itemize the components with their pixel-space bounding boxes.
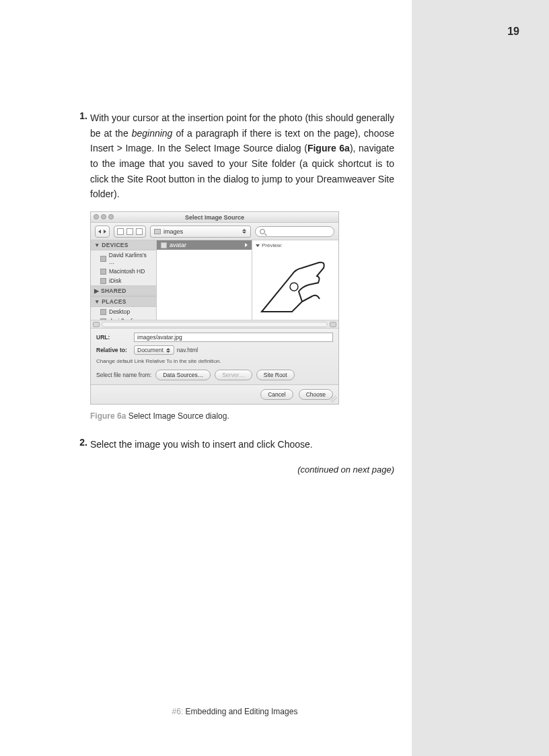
dialog-titlebar: Select Image Source [91, 212, 338, 223]
sidebar-item-label: David Karlins's … [109, 252, 153, 265]
sidebar-head-shared[interactable]: ▶ SHARED [91, 285, 156, 296]
server-button[interactable]: Server… [215, 370, 252, 380]
step-2: 2. Select the image you wish to insert a… [75, 437, 394, 452]
close-icon[interactable] [94, 214, 99, 219]
chevron-updown-icon [242, 229, 247, 234]
continued-note: (continued on next page) [90, 465, 394, 475]
relative-hint: Change default Link Relative To in the s… [96, 358, 333, 364]
scroll-track[interactable] [102, 322, 328, 327]
traffic-lights [94, 214, 114, 219]
file-icon [161, 242, 167, 248]
footer-hash: #6: [172, 707, 184, 716]
home-icon [100, 318, 106, 320]
drive-icon [100, 269, 106, 275]
file-name: avatar [170, 242, 186, 248]
step-1: 1. With your cursor at the insertion poi… [75, 110, 394, 202]
page-footer: #6: Embedding and Editing Images [75, 707, 394, 716]
folder-popup[interactable]: images [150, 226, 251, 238]
relative-popup[interactable]: Document [134, 345, 174, 355]
sidebar-item-label: Desktop [109, 308, 130, 315]
column-view-icon[interactable] [136, 228, 143, 235]
page-right-band [412, 0, 549, 756]
sidebar: ▼ DEVICES David Karlins's … Macintosh HD… [91, 240, 157, 320]
horizontal-scrollbar[interactable] [91, 320, 338, 328]
dialog-lower: URL: images/avatar.jpg Relative to: Docu… [91, 328, 338, 384]
step1-bold: Figure 6a [307, 143, 350, 153]
relative-row: Relative to: Document nav.html [96, 345, 333, 355]
sidebar-item-device[interactable]: Macintosh HD [91, 267, 156, 276]
select-from-label: Select file name from: [96, 372, 151, 378]
figure-label: Figure 6a [90, 411, 126, 421]
footer-text: Embedding and Editing Images [183, 707, 297, 716]
step1-em: beginning [132, 128, 173, 139]
figure-6a-wrap: Select Image Source images [90, 211, 394, 405]
site-root-button[interactable]: Site Root [256, 370, 295, 380]
step-number: 2. [75, 437, 90, 452]
folder-icon [154, 229, 161, 234]
dialog-title: Select Image Source [185, 214, 244, 221]
step-body: Select the image you wish to insert and … [90, 437, 394, 452]
figure-caption-text: Select Image Source dialog. [126, 411, 229, 421]
nav-back-forward[interactable] [95, 226, 110, 238]
idisk-icon [100, 278, 106, 284]
cancel-button[interactable]: Cancel [260, 389, 293, 400]
drive-icon [100, 256, 106, 262]
choose-button[interactable]: Choose [299, 389, 333, 400]
zoom-icon[interactable] [108, 214, 114, 219]
dialog-footer: Cancel Choose [91, 384, 338, 404]
url-field[interactable]: images/avatar.jpg [134, 333, 333, 342]
minimize-icon[interactable] [101, 214, 106, 219]
view-mode-segment[interactable] [114, 226, 146, 238]
sidebar-item-device[interactable]: David Karlins's … [91, 250, 156, 267]
chevron-updown-icon [166, 348, 171, 353]
sidebar-item-label: davidkarlins [109, 318, 139, 320]
select-image-source-dialog: Select Image Source images [90, 211, 339, 405]
sidebar-head-devices[interactable]: ▼ DEVICES [91, 240, 156, 250]
chevron-right-icon [245, 243, 248, 247]
preview-label: Preview: [252, 240, 338, 250]
preview-image [255, 252, 336, 317]
relative-label: Relative to: [96, 347, 131, 353]
step-number: 1. [75, 110, 90, 202]
relative-popup-value: Document [137, 347, 163, 353]
desktop-icon [100, 309, 106, 315]
dialog-toolbar: images [91, 223, 338, 240]
sidebar-item-label: Macintosh HD [109, 268, 145, 275]
forward-icon[interactable] [104, 230, 106, 234]
content-area: 1. With your cursor at the insertion poi… [75, 110, 394, 475]
url-row: URL: images/avatar.jpg [96, 333, 333, 342]
figure-caption: Figure 6a Select Image Source dialog. [90, 411, 394, 421]
icon-view-icon[interactable] [117, 228, 124, 235]
scroll-right-icon[interactable] [330, 322, 336, 327]
relative-file: nav.html [177, 347, 198, 353]
data-sources-button[interactable]: Data Sources… [155, 370, 211, 380]
scroll-left-icon[interactable] [93, 322, 100, 327]
sidebar-head-places[interactable]: ▼ PLACES [91, 296, 156, 307]
page-number: 19 [507, 26, 519, 38]
file-item-selected[interactable]: avatar [157, 240, 252, 250]
step-body: With your cursor at the insertion point … [90, 110, 394, 202]
file-column[interactable]: avatar [157, 240, 252, 320]
sidebar-item-place[interactable]: davidkarlins [91, 316, 156, 320]
select-from-row: Select file name from: Data Sources… Ser… [96, 370, 333, 380]
folder-name: images [163, 228, 183, 235]
resize-grip-icon[interactable] [330, 396, 337, 403]
preview-pane: Preview: [252, 240, 338, 320]
dialog-body: ▼ DEVICES David Karlins's … Macintosh HD… [91, 240, 338, 320]
url-label: URL: [96, 334, 131, 341]
search-icon [260, 229, 265, 234]
sidebar-item-device[interactable]: iDisk [91, 276, 156, 285]
svg-point-0 [290, 283, 298, 291]
list-view-icon[interactable] [126, 228, 133, 235]
sidebar-item-label: iDisk [109, 277, 121, 284]
search-field[interactable] [255, 226, 334, 237]
back-icon[interactable] [98, 230, 101, 234]
sidebar-item-place[interactable]: Desktop [91, 307, 156, 316]
